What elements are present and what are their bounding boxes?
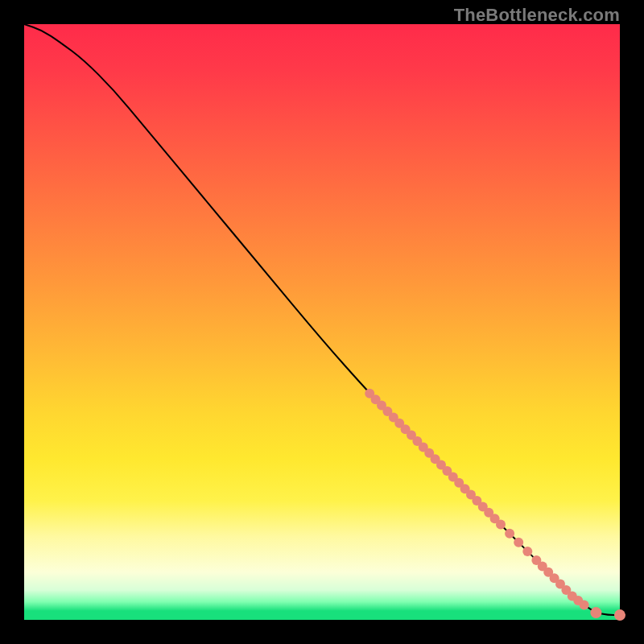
data-point: [580, 601, 589, 610]
data-point: [505, 529, 514, 539]
curve-line: [24, 24, 620, 615]
chart-frame: TheBottleneck.com: [0, 0, 644, 644]
data-point: [514, 538, 523, 547]
data-point: [522, 547, 532, 556]
data-point: [496, 520, 506, 530]
data-points-group: [365, 389, 625, 621]
data-point: [614, 609, 625, 621]
watermark-text: TheBottleneck.com: [454, 5, 620, 26]
chart-overlay-svg: [24, 24, 620, 620]
data-point: [590, 607, 601, 618]
